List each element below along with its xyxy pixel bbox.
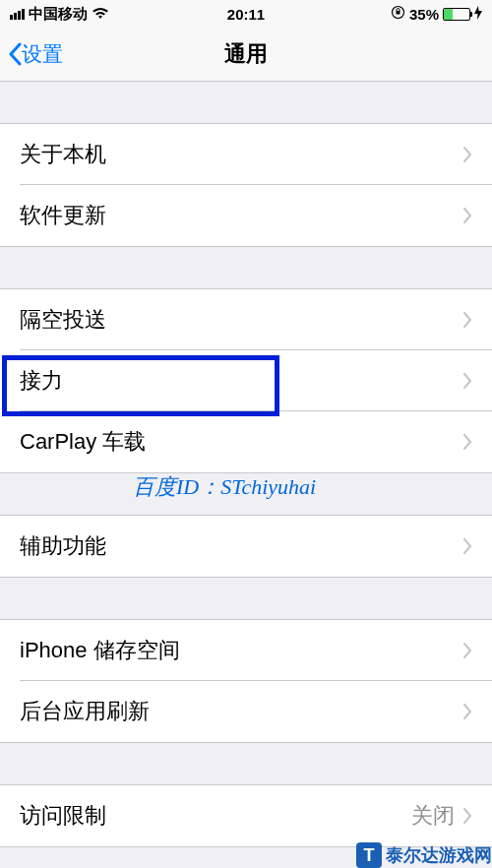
chevron-right-icon: [462, 433, 472, 451]
row-label: 辅助功能: [20, 531, 462, 561]
chevron-right-icon: [462, 146, 472, 163]
settings-row[interactable]: 访问限制关闭: [0, 785, 492, 846]
rotation-lock-icon: [391, 5, 405, 23]
row-label: 隔空投送: [20, 305, 462, 335]
chevron-right-icon: [462, 311, 472, 329]
row-value: 关闭: [411, 801, 455, 831]
row-label: iPhone 储存空间: [20, 636, 462, 665]
row-label: 后台应用刷新: [20, 697, 462, 726]
chevron-right-icon: [462, 537, 472, 555]
settings-row[interactable]: 接力: [0, 350, 492, 411]
chevron-right-icon: [462, 372, 472, 390]
settings-row[interactable]: 辅助功能: [0, 516, 492, 577]
settings-row[interactable]: 后台应用刷新: [0, 681, 492, 742]
row-label: 接力: [20, 366, 462, 396]
settings-row[interactable]: CarPlay 车载: [0, 411, 492, 472]
status-bar: 中国移动 20:11 35%: [0, 0, 492, 28]
settings-row[interactable]: 隔空投送: [0, 289, 492, 350]
row-label: 关于本机: [20, 140, 462, 169]
battery-icon: [443, 8, 470, 21]
clock: 20:11: [227, 6, 265, 23]
charging-icon: [474, 6, 482, 23]
chevron-right-icon: [462, 703, 472, 720]
chevron-left-icon: [8, 42, 22, 66]
svg-rect-1: [396, 11, 400, 15]
chevron-right-icon: [462, 807, 472, 825]
wifi-icon: [92, 6, 109, 23]
signal-icon: [10, 9, 25, 20]
nav-bar: 设置 通用: [0, 28, 492, 82]
settings-row[interactable]: 软件更新: [0, 185, 492, 246]
back-button[interactable]: 设置: [0, 40, 63, 68]
settings-row[interactable]: iPhone 储存空间: [0, 620, 492, 681]
settings-row[interactable]: 关于本机: [0, 124, 492, 185]
chevron-right-icon: [462, 642, 472, 659]
chevron-right-icon: [462, 207, 472, 224]
battery-pct: 35%: [409, 6, 439, 23]
page-title: 通用: [224, 39, 268, 69]
row-label: 访问限制: [20, 801, 411, 831]
row-label: CarPlay 车载: [20, 427, 462, 457]
row-label: 软件更新: [20, 201, 462, 230]
back-label: 设置: [22, 40, 63, 68]
carrier-label: 中国移动: [29, 5, 88, 24]
